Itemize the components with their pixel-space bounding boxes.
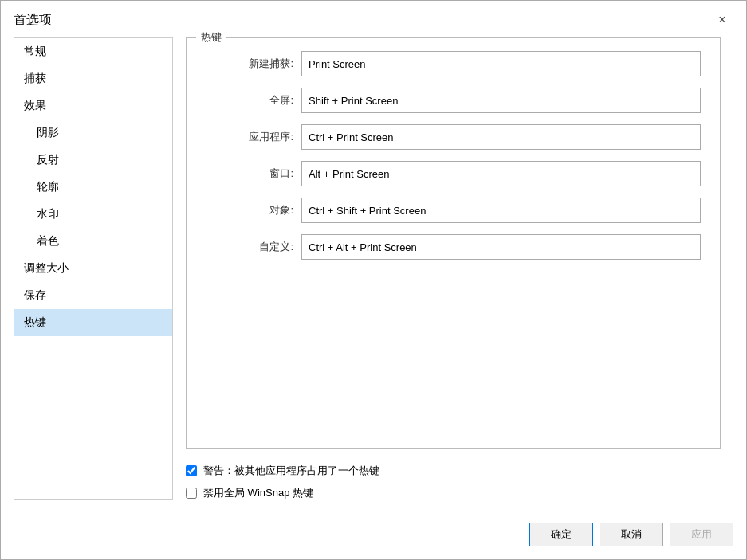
- hotkey-input-window[interactable]: [301, 161, 701, 186]
- hotkey-input-new_capture[interactable]: [301, 51, 701, 76]
- sidebar-item-shadow[interactable]: 阴影: [14, 119, 172, 147]
- content-area: 常规捕获效果阴影反射轮廓水印着色调整大小保存热键 热键 新建捕获:全屏:应用程序…: [1, 37, 746, 513]
- dialog-title: 首选项: [14, 12, 52, 29]
- hotkey-label-new_capture: 新建捕获:: [206, 57, 301, 71]
- hotkey-label-application: 应用程序:: [206, 130, 301, 144]
- disable-checkbox-row: 禁用全局 WinSnap 热键: [186, 486, 721, 500]
- sidebar-item-reflection[interactable]: 反射: [14, 147, 172, 174]
- hotkey-row-application: 应用程序:: [206, 124, 701, 150]
- sidebar-item-tint[interactable]: 着色: [14, 228, 172, 255]
- hotkey-input-custom[interactable]: [301, 234, 701, 260]
- sidebar-item-watermark[interactable]: 水印: [14, 201, 172, 228]
- bottom-buttons: 确定 取消 应用: [1, 513, 746, 559]
- hotkey-row-window: 窗口:: [206, 161, 701, 186]
- warning-label: 警告：被其他应用程序占用了一个热键: [203, 464, 379, 478]
- disable-checkbox[interactable]: [186, 488, 197, 499]
- hotkey-row-custom: 自定义:: [206, 234, 701, 260]
- sidebar-item-general[interactable]: 常规: [14, 38, 172, 65]
- sidebar-item-capture[interactable]: 捕获: [14, 65, 172, 92]
- sidebar-item-save[interactable]: 保存: [14, 282, 172, 309]
- warning-checkbox-row: 警告：被其他应用程序占用了一个热键: [186, 464, 721, 478]
- title-bar: 首选项 ×: [1, 1, 746, 37]
- hotkey-input-object[interactable]: [301, 198, 701, 223]
- sidebar: 常规捕获效果阴影反射轮廓水印着色调整大小保存热键: [14, 37, 173, 500]
- sidebar-item-outline[interactable]: 轮廓: [14, 174, 172, 201]
- sidebar-item-resize[interactable]: 调整大小: [14, 255, 172, 282]
- preferences-dialog: 首选项 × 常规捕获效果阴影反射轮廓水印着色调整大小保存热键 热键 新建捕获:全…: [0, 0, 747, 560]
- sidebar-item-hotkeys[interactable]: 热键: [14, 309, 172, 336]
- hotkey-row-new_capture: 新建捕获:: [206, 51, 701, 76]
- apply-button[interactable]: 应用: [670, 523, 733, 546]
- hotkey-label-fullscreen: 全屏:: [206, 93, 301, 108]
- hotkey-label-window: 窗口:: [206, 166, 301, 181]
- sidebar-item-effects[interactable]: 效果: [14, 92, 172, 119]
- close-button[interactable]: ×: [711, 9, 733, 31]
- hotkey-input-application[interactable]: [301, 124, 701, 150]
- hotkey-input-fullscreen[interactable]: [301, 88, 701, 113]
- ok-button[interactable]: 确定: [529, 523, 593, 546]
- warning-checkbox[interactable]: [186, 465, 197, 476]
- disable-label: 禁用全局 WinSnap 热键: [203, 486, 313, 500]
- main-panel: 热键 新建捕获:全屏:应用程序:窗口:对象:自定义: 警告：被其他应用程序占用了…: [173, 37, 733, 500]
- hotkey-row-fullscreen: 全屏:: [206, 88, 701, 113]
- hotkey-label-custom: 自定义:: [206, 240, 301, 254]
- hotkey-group: 热键 新建捕获:全屏:应用程序:窗口:对象:自定义:: [186, 37, 721, 449]
- hotkey-group-legend: 热键: [196, 30, 226, 45]
- hotkey-row-object: 对象:: [206, 198, 701, 223]
- hotkey-label-object: 对象:: [206, 203, 301, 217]
- cancel-button[interactable]: 取消: [600, 523, 663, 546]
